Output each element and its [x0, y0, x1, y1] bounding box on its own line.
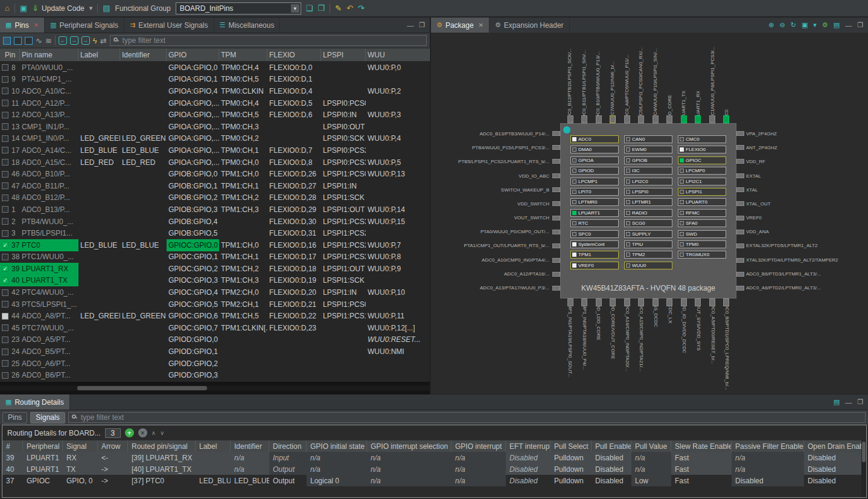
add-route-button[interactable]: + — [125, 428, 134, 437]
pin-stub[interactable] — [666, 115, 672, 123]
pin-row[interactable]: ✓ 40 LPUART1_TX GPIOC:GPIO,3 TPM1:CH,3 F… — [0, 275, 430, 287]
pin-stub[interactable] — [736, 243, 744, 248]
pin-stub[interactable] — [736, 286, 744, 291]
pin-stub[interactable] — [596, 115, 602, 123]
routing-column-header[interactable]: Passive Filter Enable — [732, 440, 804, 452]
peripheral-block-SFA0[interactable]: SFA0 — [678, 219, 726, 227]
routing-column-header[interactable]: Slew Rate Enable — [671, 440, 732, 452]
pin-stub[interactable] — [552, 216, 560, 221]
pin-row[interactable]: 42 PTC4/WUU0_... GPIOC:GPIO,4 TPM2:CH,0 … — [0, 286, 430, 298]
peripheral-block-GPIOD[interactable]: GPIOD — [570, 167, 619, 175]
pin-row[interactable]: 23 ADC0_A5/PT... GPIOD:GPIO,0 WUU0:RESET… — [0, 334, 430, 346]
pin-stub[interactable] — [624, 115, 630, 123]
minimize-icon[interactable]: — — [407, 22, 413, 29]
pin-stub[interactable] — [638, 115, 644, 123]
pin-stub[interactable] — [736, 187, 744, 192]
pin-stub[interactable] — [695, 298, 701, 306]
pin-stub[interactable] — [736, 201, 744, 206]
pin-stub[interactable] — [624, 298, 630, 306]
pin-stub[interactable] — [567, 115, 573, 123]
peripheral-block-LPI2C1[interactable]: LPI2C1 — [678, 178, 726, 185]
pin-stub[interactable] — [610, 298, 616, 306]
pin-stub[interactable] — [552, 230, 560, 234]
pin-row[interactable]: 43 PTC5/LPSPI1_... GPIOC:GPIO,5 TPM2:CH,… — [0, 298, 430, 311]
home-icon[interactable]: ⌂ — [5, 4, 10, 12]
pin-stub[interactable] — [581, 115, 587, 123]
routing-column-header[interactable]: Signal — [63, 440, 98, 452]
pin-stub[interactable] — [567, 298, 573, 306]
pin-stub[interactable] — [681, 115, 687, 123]
pin-checkbox[interactable] — [2, 147, 8, 153]
peripheral-block-LPIT0[interactable]: LPIT0 — [570, 188, 619, 196]
pin-row[interactable]: 24 ADC0_B5/PT... GPIOD:GPIO,1 WUU0:NMI — [0, 346, 430, 358]
zoom-out-icon[interactable]: ⊖ — [779, 21, 785, 29]
pin-checkbox[interactable] — [2, 64, 8, 71]
pin-stub[interactable] — [653, 298, 659, 306]
pin-stub[interactable] — [596, 298, 602, 306]
pin-checkbox[interactable] — [2, 88, 8, 94]
pin-checkbox[interactable] — [2, 230, 8, 237]
chevron-down-icon[interactable]: ▾ — [813, 21, 817, 29]
update-code-caret-icon[interactable]: ▾ — [89, 5, 93, 11]
show-all-pulls-icon[interactable]: ≋ — [45, 37, 52, 45]
pin-stub[interactable] — [552, 258, 560, 263]
routing-pins-button[interactable]: Pins — [2, 412, 27, 423]
undo-icon[interactable]: ↶ — [346, 4, 353, 12]
peripheral-block-TPM1[interactable]: TPM1 — [570, 251, 619, 259]
pin-row[interactable]: 44 ADC0_A8/PT... LED_GREEN LED_GREEN GPI… — [0, 310, 430, 322]
tab-pins[interactable]: ▦ Pins ✕ — [0, 18, 45, 33]
peripheral-block-SystemCont[interactable]: SystemCont — [570, 240, 619, 248]
pin-column-header[interactable]: Label — [78, 48, 120, 61]
peripheral-block-WUU0[interactable]: WUU0 — [624, 262, 672, 269]
pin-row[interactable]: 48 ADC0_B12/P... GPIOB:GPIO,2 TPM1:CH,2 … — [0, 192, 430, 204]
pin-checkbox[interactable] — [2, 218, 8, 225]
route-peripheral-icon[interactable]: → — [81, 36, 90, 45]
peripheral-block-LPTMR0[interactable]: LPTMR0 — [570, 198, 619, 206]
edit-icon[interactable]: ✎ — [335, 4, 342, 12]
pin-checkbox[interactable] — [2, 76, 8, 83]
peripheral-block-SPC0[interactable]: SPC0 — [570, 230, 619, 238]
pin-stub[interactable] — [552, 131, 560, 136]
routing-column-header[interactable]: Identifier — [231, 440, 269, 452]
peripheral-block-TPM0[interactable]: TPM0 — [678, 240, 726, 248]
peripheral-block-CMC0[interactable]: CMC0 — [678, 135, 726, 143]
pin-stub[interactable] — [736, 173, 744, 178]
pin-stub[interactable] — [736, 131, 744, 136]
peripheral-block-GPIOB[interactable]: GPIOB — [624, 156, 672, 164]
update-code-button[interactable]: ⇓ Update Code — [32, 4, 85, 13]
functional-group-select[interactable]: BOARD_InitPins ▾ — [176, 2, 301, 14]
pin-row[interactable]: 14 CMP1_IN0/P... LED_GREEN LED_GREEN GPI… — [0, 133, 430, 145]
pin-checkbox[interactable] — [2, 360, 8, 367]
pin-stub[interactable] — [709, 115, 715, 123]
peripheral-block-DMA0[interactable]: DMA0 — [570, 146, 619, 153]
pin-row[interactable]: 9 PTA1/CMP1_... GPIOA:GPIO,1 TPM0:CH,5 F… — [0, 74, 430, 86]
routing-column-header[interactable]: Pull Value — [631, 440, 671, 452]
peripheral-block-RADIO[interactable]: RADIO — [624, 209, 672, 217]
pin-stub[interactable] — [552, 272, 560, 277]
select-all-pins-icon[interactable] — [3, 37, 11, 45]
pin-checkbox[interactable] — [2, 100, 8, 106]
routing-column-header[interactable]: Label — [196, 440, 231, 452]
peripheral-block-TPIU[interactable]: TPIU — [624, 240, 672, 248]
pin-stub[interactable] — [552, 159, 560, 164]
pin-row[interactable]: 18 ADC0_A15/C... LED_RED LED_RED GPIOA:G… — [0, 156, 430, 169]
minimize-icon[interactable]: — — [845, 22, 852, 29]
pin-checkbox[interactable] — [2, 159, 8, 166]
pin-stub[interactable] — [681, 298, 687, 306]
pin-row[interactable]: 25 ADC0_A6/PT... GPIOD:GPIO,2 — [0, 358, 430, 370]
peripheral-block-RTC[interactable]: RTC — [570, 219, 619, 227]
pin-checkbox[interactable] — [2, 336, 8, 343]
minimize-icon[interactable]: — — [845, 399, 852, 406]
pin-stub[interactable] — [552, 145, 560, 150]
redo-icon[interactable]: ↷ — [358, 4, 365, 12]
peripheral-block-SUPPLY[interactable]: SUPPLY — [624, 230, 672, 238]
peripheral-block-I3C[interactable]: I3C — [624, 167, 672, 175]
pin-stub[interactable] — [723, 115, 729, 123]
scrollbar-thumb[interactable] — [862, 442, 866, 462]
tab-external-user-signals[interactable]: ⇉ External User Signals — [124, 18, 214, 33]
layout-icon[interactable]: ▤ — [834, 398, 840, 406]
routing-column-header[interactable]: Open Drain Enable — [804, 440, 866, 452]
maximize-icon[interactable]: ❐ — [857, 21, 863, 29]
peripheral-block-SWD[interactable]: SWD — [678, 230, 726, 238]
pin-stub[interactable] — [709, 298, 715, 306]
